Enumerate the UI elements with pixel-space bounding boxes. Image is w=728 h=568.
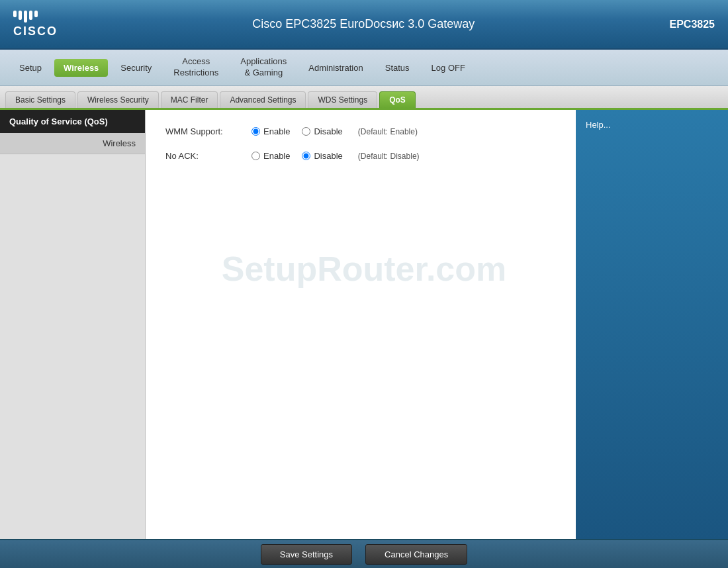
wmm-support-row: WMM Support: Enable Disable (Default: En… [165,126,556,136]
help-panel: Help... [576,110,728,539]
nav-item-setup[interactable]: Setup [10,59,51,77]
no-ack-disable-label: Disable [314,151,342,161]
nav-item-wireless[interactable]: Wireless [54,59,108,77]
main-content: SetupRouter.com Quality of Service (QoS)… [0,110,728,539]
nav-item-log-off[interactable]: Log OFF [422,59,475,77]
cisco-logo: CISCO [13,11,58,38]
sidebar-header: Quality of Service (QoS) [0,110,145,133]
footer: Save Settings Cancel Changes [0,539,728,568]
header-title: Cisco EPC3825 EuroDocsис 3.0 Gateway [58,17,669,31]
tab-qos[interactable]: QoS [379,91,416,108]
nav-item-applications-gaming[interactable]: Applications& Gaming [231,52,296,83]
wmm-disable-label: Disable [314,126,342,136]
sidebar: Quality of Service (QoS) Wireless [0,110,146,539]
navbar: Setup Wireless Security AccessRestrictio… [0,50,728,86]
no-ack-row: No ACK: Enable Disable (Default: Disable… [165,151,556,161]
tab-advanced-settings[interactable]: Advanced Settings [220,91,306,108]
help-label: Help... [586,120,718,130]
tab-basic-settings[interactable]: Basic Settings [5,91,75,108]
header: CISCO Cisco EPC3825 EuroDocsис 3.0 Gatew… [0,0,728,50]
wmm-enable-radio[interactable] [251,127,260,136]
no-ack-disable-radio[interactable] [302,152,310,160]
no-ack-enable-label: Enable [263,151,290,161]
wmm-disable-radio[interactable] [302,127,310,136]
wmm-default-text: (Default: Enable) [358,127,418,136]
nav-item-access-restrictions[interactable]: AccessRestrictions [164,52,228,83]
cisco-logo-text: CISCO [13,24,58,38]
no-ack-options: Enable Disable (Default: Disable) [251,151,420,161]
save-settings-button[interactable]: Save Settings [261,544,352,565]
no-ack-enable-option[interactable]: Enable [251,151,290,161]
cisco-logo-bars [13,11,38,23]
tabbar: Basic Settings Wireless Security MAC Fil… [0,86,728,110]
wmm-support-label: WMM Support: [165,126,245,136]
sidebar-section-wireless: Wireless [0,133,145,154]
nav-item-status[interactable]: Status [376,59,419,77]
no-ack-default-text: (Default: Disable) [358,152,420,161]
wmm-support-options: Enable Disable (Default: Enable) [251,126,418,136]
wmm-enable-option[interactable]: Enable [251,126,290,136]
nav-item-security[interactable]: Security [111,59,161,77]
tab-wds-settings[interactable]: WDS Settings [308,91,377,108]
center-panel: WMM Support: Enable Disable (Default: En… [146,110,576,539]
no-ack-disable-option[interactable]: Disable [302,151,342,161]
header-model: EPC3825 [670,19,715,30]
tab-wireless-security[interactable]: Wireless Security [77,91,159,108]
tab-mac-filter[interactable]: MAC Filter [161,91,218,108]
cancel-changes-button[interactable]: Cancel Changes [365,544,467,565]
nav-item-administration[interactable]: Administration [299,59,372,77]
wmm-enable-label: Enable [263,126,290,136]
wmm-disable-option[interactable]: Disable [302,126,342,136]
no-ack-label: No ACK: [165,151,245,161]
no-ack-enable-radio[interactable] [251,152,260,160]
